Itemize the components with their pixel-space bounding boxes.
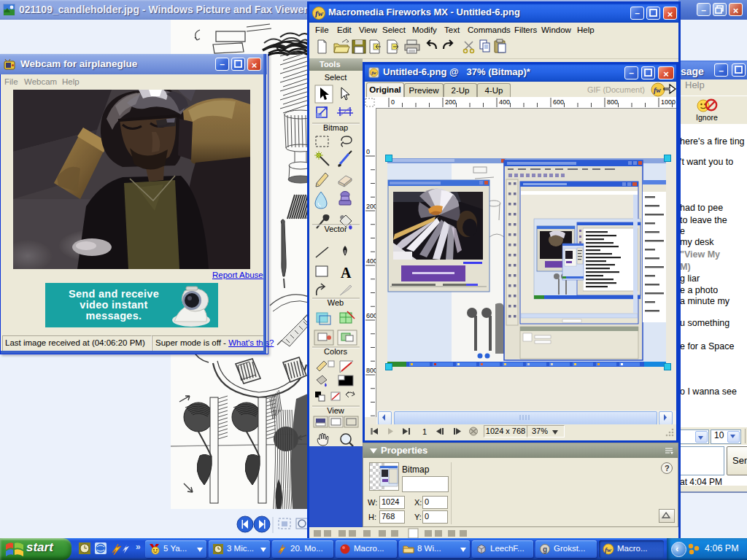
svg-text:600: 600 [553, 98, 564, 106]
svg-text:Select: Select [325, 73, 347, 82]
svg-text:400: 400 [499, 98, 510, 106]
svg-text:1: 1 [422, 427, 427, 436]
svg-text:800: 800 [366, 367, 376, 374]
svg-text:400: 400 [366, 257, 376, 265]
svg-text:Colors: Colors [324, 347, 347, 356]
svg-text:800: 800 [607, 98, 618, 106]
svg-text:A: A [341, 265, 352, 281]
svg-text:Vector: Vector [324, 225, 347, 233]
svg-text:?: ? [665, 464, 670, 472]
svg-text:Web: Web [328, 298, 344, 307]
svg-text:200: 200 [366, 203, 376, 210]
svg-text:»: » [136, 542, 141, 552]
svg-text:fw: fw [315, 9, 324, 18]
svg-text:1000: 1000 [661, 98, 676, 106]
svg-text:200: 200 [445, 98, 456, 106]
svg-text:g: g [543, 545, 547, 553]
svg-text:View: View [327, 406, 344, 415]
svg-text:600: 600 [366, 312, 376, 319]
svg-text:fw: fw [605, 546, 612, 553]
svg-text:fw: fw [371, 70, 376, 75]
svg-text:0: 0 [391, 98, 395, 106]
svg-text:0: 0 [366, 148, 370, 155]
svg-text:fw: fw [654, 86, 661, 94]
svg-text:Bitmap: Bitmap [323, 123, 348, 132]
